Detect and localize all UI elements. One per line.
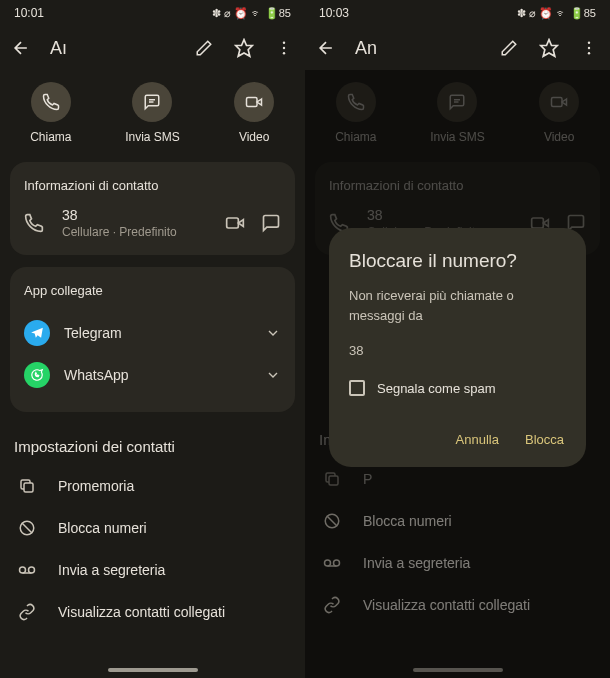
block-icon [18,519,38,537]
header: Aı [0,26,305,70]
status-icons: ✽ ⌀ ⏰ ᯤ 🔋85 [212,7,291,20]
message-icon[interactable] [261,213,281,233]
connected-apps-title: App collegate [24,283,281,298]
dialog-title: Bloccare il numero? [349,250,566,272]
screenshot-left: 10:01 ✽ ⌀ ⏰ ᯤ 🔋85 Aı Chiama Invia SMS Vi… [0,0,305,678]
app-telegram[interactable]: Telegram [24,312,281,354]
block-label: Blocca numeri [58,520,147,536]
link-icon [18,603,38,621]
reminder-label: Promemoria [58,478,134,494]
setting-linked[interactable]: Visualizza contatti collegati [0,591,305,633]
video-call-icon[interactable] [225,213,245,233]
edit-icon[interactable] [498,39,520,57]
phone-icon [24,213,46,233]
voicemail-icon [18,561,38,579]
contact-info-card: Informazioni di contatto 38 Cellulare · … [10,162,295,255]
more-icon[interactable] [273,39,295,57]
star-icon[interactable] [233,38,255,58]
chevron-down-icon [265,367,281,383]
whatsapp-icon [24,362,50,388]
app-whatsapp[interactable]: WhatsApp [24,354,281,396]
video-label: Video [239,130,269,144]
nav-handle[interactable] [108,668,198,672]
spam-label: Segnala come spam [377,381,496,396]
copy-icon [18,477,38,495]
setting-block[interactable]: Blocca numeri [0,507,305,549]
setting-voicemail[interactable]: Invia a segreteria [0,549,305,591]
action-row: Chiama Invia SMS Video [0,70,305,162]
edit-icon[interactable] [193,39,215,57]
status-icons: ✽ ⌀ ⏰ ᯤ 🔋85 [517,7,596,20]
svg-point-17 [588,42,590,44]
contact-name: An [355,38,480,59]
more-icon[interactable] [578,39,600,57]
whatsapp-label: WhatsApp [64,367,251,383]
dialog-phone: 38 [349,343,566,358]
linked-label: Visualizza contatti collegati [58,604,225,620]
status-time: 10:03 [319,6,349,20]
contact-name: Aı [50,38,175,59]
svg-point-19 [588,52,590,54]
back-icon[interactable] [315,38,337,58]
svg-marker-16 [541,40,558,57]
svg-rect-6 [247,98,258,107]
header: An [305,26,610,70]
video-button[interactable]: Video [214,82,294,144]
setting-reminder[interactable]: Promemoria [0,465,305,507]
svg-point-13 [20,567,26,573]
svg-point-3 [283,52,285,54]
svg-point-1 [283,42,285,44]
spam-checkbox-row[interactable]: Segnala come spam [349,380,566,396]
cancel-button[interactable]: Annulla [454,426,501,453]
status-bar: 10:03 ✽ ⌀ ⏰ ᯤ 🔋85 [305,0,610,26]
status-bar: 10:01 ✽ ⌀ ⏰ ᯤ 🔋85 [0,0,305,26]
status-time: 10:01 [14,6,44,20]
call-button[interactable]: Chiama [11,82,91,144]
settings-title: Impostazioni dei contatti [0,424,305,465]
sms-button[interactable]: Invia SMS [112,82,192,144]
star-icon[interactable] [538,38,560,58]
svg-line-12 [22,523,33,534]
call-label: Chiama [30,130,71,144]
voicemail-label: Invia a segreteria [58,562,165,578]
dialog-actions: Annulla Blocca [349,426,566,453]
phone-row[interactable]: 38 Cellulare · Predefinito [24,207,281,239]
telegram-label: Telegram [64,325,251,341]
connected-apps-card: App collegate Telegram WhatsApp [10,267,295,412]
svg-marker-0 [236,40,253,57]
svg-point-2 [283,47,285,49]
phone-type: Cellulare · Predefinito [62,225,209,239]
svg-rect-8 [227,218,239,228]
chevron-down-icon [265,325,281,341]
sms-label: Invia SMS [125,130,180,144]
svg-point-14 [29,567,35,573]
back-icon[interactable] [10,38,32,58]
svg-point-18 [588,47,590,49]
contact-info-title: Informazioni di contatto [24,178,281,193]
confirm-button[interactable]: Blocca [523,426,566,453]
phone-number: 38 [62,207,209,223]
svg-rect-10 [24,483,33,492]
block-dialog: Bloccare il numero? Non riceverai più ch… [329,228,586,467]
checkbox-icon[interactable] [349,380,365,396]
dialog-text: Non riceverai più chiamate o messaggi da [349,286,566,325]
telegram-icon [24,320,50,346]
screenshot-right: 10:03 ✽ ⌀ ⏰ ᯤ 🔋85 An Chiama Invia SMS Vi… [305,0,610,678]
